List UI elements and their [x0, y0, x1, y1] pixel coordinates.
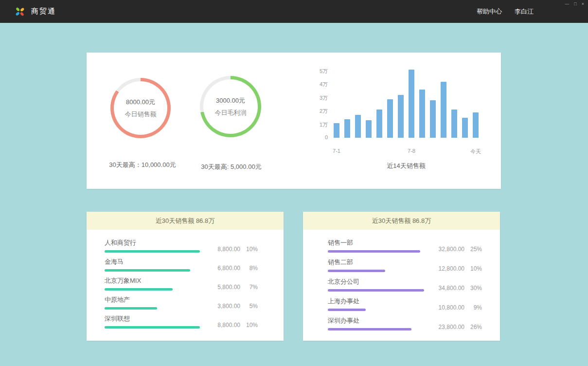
list-item: 销售一部32,800.0025% — [303, 238, 500, 257]
progress-bar — [328, 309, 366, 311]
row-value: 3,800.00 — [205, 303, 240, 310]
sales-bar — [387, 99, 393, 138]
sales-bar — [376, 110, 382, 138]
list-item: 北京万象MIX5,800.007% — [87, 275, 284, 294]
list-item: 中原地产3,800.005% — [87, 294, 284, 313]
row-figures: 23,800.0026% — [429, 324, 482, 330]
row-percent: 7% — [240, 284, 258, 291]
row-figures: 5,800.007% — [205, 284, 258, 291]
row-percent: 10% — [240, 246, 258, 253]
row-name: 北京万象MIX — [105, 277, 202, 285]
row-name: 销售一部 — [328, 239, 425, 247]
sales-bar — [355, 115, 361, 138]
help-center-link[interactable]: 帮助中心 — [477, 7, 502, 16]
row-name-and-bar: 深圳联想 — [105, 315, 202, 329]
row-figures: 12,800.0010% — [429, 265, 482, 272]
list-item: 人和商贸行8,800.0010% — [87, 238, 284, 256]
sales-bar — [366, 120, 372, 138]
row-value: 12,800.00 — [429, 265, 464, 272]
sales-bar — [451, 110, 457, 138]
row-value: 5,800.00 — [205, 284, 240, 291]
row-percent: 10% — [464, 265, 482, 272]
sales-bar — [409, 70, 414, 138]
bar-chart-x-axis: 7-17-8今天 — [334, 148, 484, 155]
row-percent: 5% — [240, 303, 258, 310]
row-percent: 30% — [464, 285, 482, 292]
maximize-button[interactable]: □ — [574, 1, 576, 6]
sales-bar — [473, 112, 479, 138]
row-name: 人和商贸行 — [105, 239, 202, 247]
row-name-and-bar: 北京分公司 — [328, 278, 425, 292]
customer-sales-panel-title: 近30天销售额 86.8万 — [87, 212, 284, 230]
daily-sales-bar-chart — [334, 71, 484, 138]
row-name-and-bar: 人和商贸行 — [105, 239, 202, 253]
list-item: 深圳联想8,800.0010% — [87, 313, 284, 332]
row-value: 32,800.00 — [429, 246, 464, 253]
app-logo-icon — [15, 6, 25, 17]
today-sales-label: 今日销售额 — [125, 110, 157, 119]
ring-center: 3000.00元 今日毛利润 — [203, 79, 258, 134]
window-controls: — □ × — [565, 1, 584, 6]
ring-center: 8000.00元 今日销售额 — [114, 81, 167, 135]
row-figures: 8,800.0010% — [205, 322, 258, 329]
sales-30day-max-caption: 30天最高：10,000.00元 — [87, 161, 198, 169]
row-percent: 8% — [240, 265, 258, 272]
row-figures: 34,800.0030% — [429, 285, 482, 292]
row-name: 金海马 — [105, 258, 202, 266]
sales-bar — [419, 90, 425, 138]
y-axis-tick: 0 — [295, 134, 328, 140]
progress-bar — [105, 269, 190, 272]
list-item: 销售二部12,800.0010% — [303, 257, 500, 276]
row-name: 深圳办事处 — [328, 317, 425, 325]
row-name: 销售二部 — [328, 258, 425, 266]
row-name: 中原地产 — [105, 296, 202, 304]
progress-bar — [105, 307, 157, 310]
row-value: 8,800.00 — [205, 246, 240, 253]
y-axis-tick: 5万 — [295, 68, 328, 75]
x-axis-tick: 今天 — [470, 148, 481, 155]
sales-bar — [441, 82, 446, 138]
row-name: 北京分公司 — [328, 278, 425, 286]
x-axis-tick: 7-8 — [408, 148, 415, 154]
row-value: 8,800.00 — [205, 322, 240, 329]
row-value: 10,800.00 — [429, 304, 464, 311]
minimize-button[interactable]: — — [565, 1, 569, 6]
sales-bar — [462, 118, 468, 138]
bar-chart-title: 近14天销售额 — [333, 162, 479, 170]
y-axis-tick: 4万 — [295, 81, 328, 88]
row-value: 23,800.00 — [429, 324, 464, 330]
department-sales-panel: 近30天销售额 86.8万 销售一部32,800.0025%销售二部12,800… — [303, 212, 500, 341]
progress-bar — [105, 326, 200, 329]
y-axis-tick: 2万 — [295, 108, 328, 115]
progress-bar — [328, 270, 385, 272]
sales-bar — [398, 95, 404, 138]
titlebar: 商贸通 帮助中心 李白江 — □ × — [0, 0, 588, 23]
department-sales-rows: 销售一部32,800.0025%销售二部12,800.0010%北京分公司34,… — [303, 230, 500, 335]
close-button[interactable]: × — [582, 1, 584, 6]
progress-bar — [328, 328, 411, 330]
row-name: 上海办事处 — [328, 297, 425, 305]
list-item: 金海马6,800.008% — [87, 256, 284, 275]
row-name-and-bar: 销售一部 — [328, 239, 425, 253]
user-menu[interactable]: 李白江 — [515, 7, 534, 16]
progress-bar — [328, 289, 424, 292]
progress-bar — [105, 250, 200, 253]
progress-bar — [105, 288, 173, 291]
y-axis-tick: 3万 — [295, 94, 328, 102]
row-value: 6,800.00 — [205, 265, 240, 272]
row-figures: 6,800.008% — [205, 265, 258, 272]
list-item: 北京分公司34,800.0030% — [303, 276, 500, 296]
today-sales-ring-chart: 8000.00元 今日销售额 — [110, 78, 171, 138]
row-percent: 25% — [464, 246, 482, 253]
row-name: 深圳联想 — [105, 315, 202, 323]
x-axis-tick: 7-1 — [333, 148, 340, 154]
today-sales-value: 8000.00元 — [126, 98, 155, 107]
sales-bar — [344, 119, 350, 138]
customer-sales-panel: 近30天销售额 86.8万 人和商贸行8,800.0010%金海马6,800.0… — [87, 212, 284, 341]
progress-bar — [328, 250, 420, 253]
overview-card: 8000.00元 今日销售额 30天最高：10,000.00元 3000.00元… — [87, 53, 501, 189]
today-profit-ring-chart: 3000.00元 今日毛利润 — [200, 76, 261, 137]
today-profit-label: 今日毛利润 — [215, 109, 247, 117]
row-name-and-bar: 中原地产 — [105, 296, 202, 310]
y-axis-tick: 1万 — [295, 121, 328, 128]
